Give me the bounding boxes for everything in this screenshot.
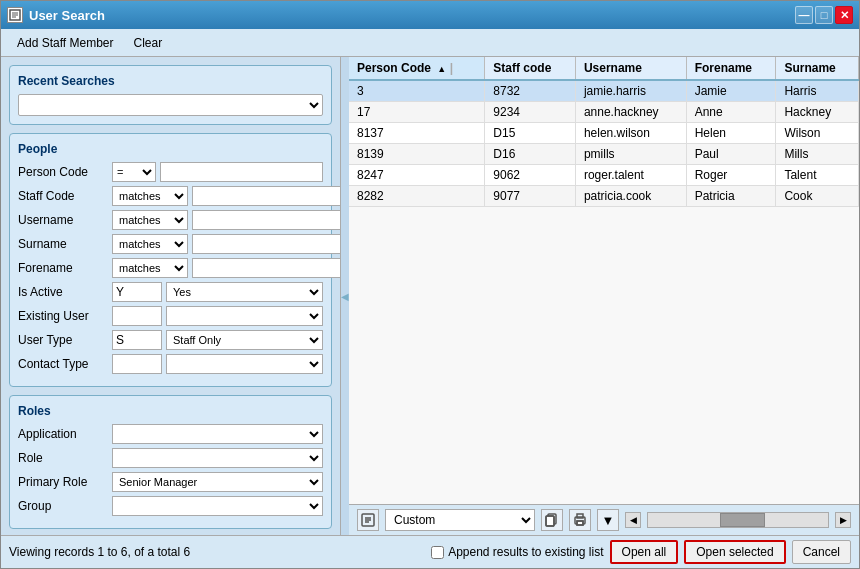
cell-username: jamie.harris (575, 80, 686, 102)
append-checkbox[interactable] (431, 546, 444, 559)
cell-username: pmills (575, 144, 686, 165)
person-code-operator[interactable]: = <> (112, 162, 156, 182)
cell-forename: Helen (686, 123, 776, 144)
svg-rect-9 (546, 516, 554, 526)
cell-surname: Mills (776, 144, 859, 165)
primary-role-row: Primary Role Senior Manager (18, 472, 323, 492)
primary-role-select[interactable]: Senior Manager (112, 472, 323, 492)
cell-forename: Paul (686, 144, 776, 165)
contact-type-row: Contact Type (18, 354, 323, 374)
cell-staffCode: 9234 (485, 102, 576, 123)
toolbar-icon-btn-2[interactable] (541, 509, 563, 531)
role-select[interactable] (112, 448, 323, 468)
results-table: Person Code ▲ | Staff code Username Fore… (349, 57, 859, 504)
role-label: Role (18, 451, 108, 465)
cancel-button[interactable]: Cancel (792, 540, 851, 564)
contact-type-code[interactable] (112, 354, 162, 374)
cell-surname: Talent (776, 165, 859, 186)
application-row: Application (18, 424, 323, 444)
clear-button[interactable]: Clear (126, 33, 171, 53)
application-select[interactable] (112, 424, 323, 444)
cell-surname: Wilson (776, 123, 859, 144)
group-row: Group (18, 496, 323, 516)
username-operator[interactable]: matches starts with equals (112, 210, 188, 230)
surname-row: Surname matches starts with equals (18, 234, 323, 254)
cell-staffCode: 9062 (485, 165, 576, 186)
footer-bar: Viewing records 1 to 6, of a total 6 App… (1, 535, 859, 568)
staff-code-input[interactable] (192, 186, 341, 206)
staff-code-label: Staff Code (18, 189, 108, 203)
cell-surname: Harris (776, 80, 859, 102)
user-type-select[interactable]: Staff Only All Users (166, 330, 323, 350)
table-row[interactable]: 38732jamie.harrisJamieHarris (349, 80, 859, 102)
toolbar-icon-btn-4[interactable]: ▼ (597, 509, 619, 531)
username-label: Username (18, 213, 108, 227)
person-code-row: Person Code = <> (18, 162, 323, 182)
col-surname[interactable]: Surname (776, 57, 859, 80)
cell-username: anne.hackney (575, 102, 686, 123)
table-row[interactable]: 8139D16pmillsPaulMills (349, 144, 859, 165)
vertical-splitter[interactable]: ◀ (341, 57, 349, 535)
scroll-left-arrow[interactable]: ◀ (625, 512, 641, 528)
col-username[interactable]: Username (575, 57, 686, 80)
recent-searches-section: Recent Searches (9, 65, 332, 125)
existing-user-row: Existing User (18, 306, 323, 326)
person-code-input[interactable] (160, 162, 323, 182)
window-controls: — □ ✕ (795, 6, 853, 24)
user-type-label: User Type (18, 333, 108, 347)
col-forename[interactable]: Forename (686, 57, 776, 80)
scroll-track[interactable] (647, 512, 829, 528)
is-active-code[interactable] (112, 282, 162, 302)
table-row[interactable]: 82479062roger.talentRogerTalent (349, 165, 859, 186)
table-row[interactable]: 179234anne.hackneyAnneHackney (349, 102, 859, 123)
people-title: People (18, 142, 323, 156)
forename-row: Forename matches starts with equals (18, 258, 323, 278)
forename-operator[interactable]: matches starts with equals (112, 258, 188, 278)
col-staff-code[interactable]: Staff code (485, 57, 576, 80)
scroll-right-arrow[interactable]: ▶ (835, 512, 851, 528)
user-type-code[interactable] (112, 330, 162, 350)
surname-input[interactable] (192, 234, 341, 254)
add-staff-member-button[interactable]: Add Staff Member (9, 33, 122, 53)
sort-arrow-person-code: ▲ (437, 64, 446, 74)
user-type-row: User Type Staff Only All Users (18, 330, 323, 350)
cell-username: helen.wilson (575, 123, 686, 144)
surname-operator[interactable]: matches starts with equals (112, 234, 188, 254)
close-button[interactable]: ✕ (835, 6, 853, 24)
existing-user-code[interactable] (112, 306, 162, 326)
recent-searches-title: Recent Searches (18, 74, 323, 88)
recent-searches-dropdown[interactable] (18, 94, 323, 116)
cell-staffCode: 9077 (485, 186, 576, 207)
cell-personCode: 17 (349, 102, 485, 123)
open-selected-button[interactable]: Open selected (684, 540, 785, 564)
open-all-button[interactable]: Open all (610, 540, 679, 564)
contact-type-select[interactable] (166, 354, 323, 374)
col-separator: | (450, 61, 453, 75)
col-person-code[interactable]: Person Code ▲ | (349, 57, 485, 80)
group-select[interactable] (112, 496, 323, 516)
cell-forename: Patricia (686, 186, 776, 207)
roles-title: Roles (18, 404, 323, 418)
minimize-button[interactable]: — (795, 6, 813, 24)
toolbar-icon-btn-1[interactable] (357, 509, 379, 531)
append-label: Append results to existing list (448, 545, 603, 559)
is-active-select[interactable]: Yes No (166, 282, 323, 302)
table-row[interactable]: 82829077patricia.cookPatriciaCook (349, 186, 859, 207)
username-input[interactable] (192, 210, 341, 230)
roles-section: Roles Application Role Pr (9, 395, 332, 529)
staff-code-operator[interactable]: matches starts with equals (112, 186, 188, 206)
menu-bar: Add Staff Member Clear (1, 29, 859, 57)
forename-input[interactable] (192, 258, 341, 278)
left-panel: Recent Searches People Person Code = <> (1, 57, 341, 535)
application-label: Application (18, 427, 108, 441)
toolbar-icon-btn-3[interactable] (569, 509, 591, 531)
maximize-button[interactable]: □ (815, 6, 833, 24)
existing-user-select[interactable] (166, 306, 323, 326)
table-row[interactable]: 8137D15helen.wilsonHelenWilson (349, 123, 859, 144)
people-section: People Person Code = <> Staff Code match… (9, 133, 332, 387)
cell-staffCode: D16 (485, 144, 576, 165)
cell-username: roger.talent (575, 165, 686, 186)
cell-surname: Cook (776, 186, 859, 207)
group-label: Group (18, 499, 108, 513)
custom-view-select[interactable]: Custom (385, 509, 535, 531)
